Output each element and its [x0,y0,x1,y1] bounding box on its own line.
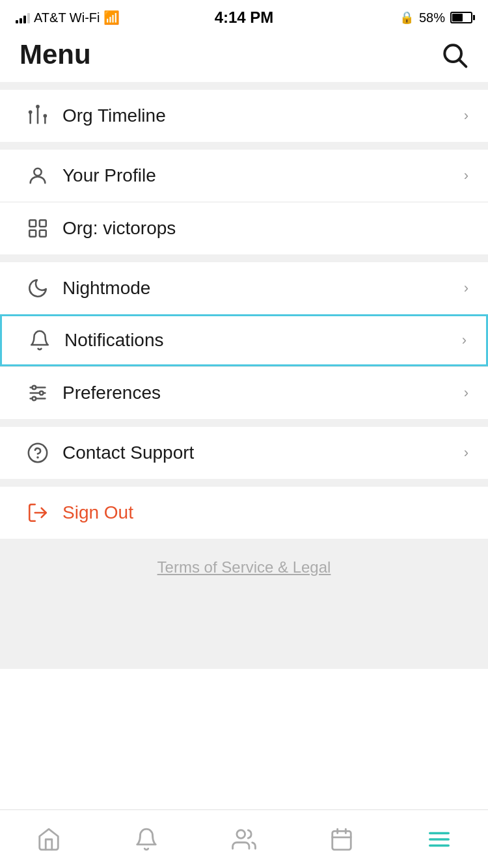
support-icon [20,435,56,471]
chevron-contact-support: › [464,444,468,461]
content-wrapper: Org Timeline › Your Profile › Org: victo… [0,82,488,727]
svg-point-7 [44,114,47,118]
svg-rect-11 [29,230,36,237]
signout-icon [20,495,56,531]
bottom-nav [0,809,488,868]
search-button[interactable] [440,40,468,69]
wifi-icon: 📶 [103,10,120,25]
profile-icon [20,157,56,194]
svg-rect-9 [29,220,36,226]
preferences-icon [20,375,56,411]
svg-point-6 [36,105,40,109]
menu-item-contact-support[interactable]: Contact Support › [0,427,488,479]
section-divider-3 [0,254,488,262]
battery-icon-container [450,12,472,23]
terms-of-service-link[interactable]: Terms of Service & Legal [157,558,331,656]
nav-item-calendar[interactable] [316,820,368,859]
menu-item-preferences[interactable]: Preferences › [0,367,488,419]
signal-bar-4 [27,13,30,23]
notifications-icon [21,322,58,359]
chevron-notifications: › [462,332,467,349]
menu-label-notifications: Notifications [64,330,462,351]
nav-item-alerts[interactable] [120,820,172,859]
menu-icon [427,827,452,852]
menu-label-sign-out: Sign Out [62,502,468,523]
menu-item-your-profile[interactable]: Your Profile › [0,150,488,202]
org-timeline-icon [20,98,56,134]
menu-item-org[interactable]: Org: victorops [0,202,488,254]
status-time: 4:14 PM [215,8,274,27]
chevron-preferences: › [464,385,468,401]
svg-point-22 [237,830,245,838]
home-icon [36,827,61,852]
carrier-label: AT&T Wi-Fi [34,10,100,25]
svg-rect-12 [40,230,46,237]
menu-label-nightmode: Nightmode [62,278,464,299]
menu-label-your-profile: Your Profile [62,165,464,186]
calendar-icon [329,827,354,852]
svg-rect-23 [332,831,351,850]
menu-label-org-timeline: Org Timeline [62,105,464,126]
lock-icon: 🔒 [400,10,414,25]
svg-line-1 [459,60,466,66]
svg-point-18 [33,397,36,401]
status-bar: AT&T Wi-Fi 📶 4:14 PM 🔒 58% [0,0,488,33]
svg-rect-10 [40,220,46,226]
header: Menu [0,33,488,82]
menu-label-org: Org: victorops [62,218,468,239]
section-divider-2 [0,142,488,150]
chevron-org-timeline: › [464,107,468,124]
signal-bars [16,12,30,23]
nightmode-icon [20,270,56,306]
status-right: 🔒 58% [400,10,472,25]
chevron-your-profile: › [464,167,468,184]
alerts-icon [134,827,159,852]
status-left: AT&T Wi-Fi 📶 [16,10,120,25]
people-icon [232,827,256,852]
menu-label-preferences: Preferences [62,383,464,403]
battery-icon [450,12,472,23]
footer-area: Terms of Service & Legal [0,539,488,669]
nav-item-people[interactable] [218,820,270,859]
svg-point-8 [34,169,41,176]
menu-item-org-timeline[interactable]: Org Timeline › [0,90,488,142]
signal-bar-2 [20,18,22,23]
menu-label-contact-support: Contact Support [62,442,464,463]
nav-item-home[interactable] [23,820,75,859]
battery-percent: 58% [419,10,445,25]
chevron-nightmode: › [464,280,468,297]
org-icon [20,210,56,247]
section-divider-1 [0,82,488,90]
menu-item-notifications[interactable]: Notifications › [0,314,488,366]
signal-bar-3 [23,16,26,23]
battery-fill [452,14,463,21]
menu-item-sign-out[interactable]: Sign Out [0,487,488,539]
signal-bar-1 [16,20,18,23]
svg-point-17 [40,391,44,395]
svg-point-16 [33,386,36,390]
page-title: Menu [20,39,91,70]
nav-item-menu[interactable] [413,820,465,859]
svg-point-19 [29,444,47,462]
search-icon [440,40,468,69]
menu-item-nightmode[interactable]: Nightmode › [0,262,488,314]
svg-point-5 [29,111,33,115]
section-divider-4 [0,419,488,427]
section-divider-5 [0,479,488,487]
